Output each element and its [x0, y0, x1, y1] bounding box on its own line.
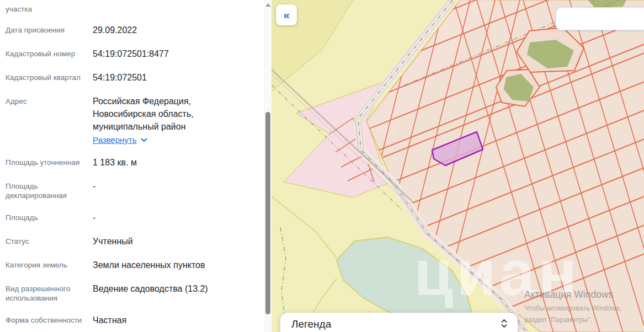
row-land-category: Категория земель Земли населенных пункто… — [6, 259, 259, 271]
attribute-value: - — [93, 211, 259, 224]
map-canvas[interactable]: циан — [272, 0, 644, 332]
attribute-value: 29.09.2022 — [93, 24, 259, 36]
row-address: Адрес Российская Федерация, Новосибирска… — [6, 95, 259, 145]
cadastral-map-app: участка Дата присвоения 29.09.2022 Кадас… — [0, 0, 644, 332]
attribute-label: Адрес — [6, 95, 88, 145]
scrollbar-thumb[interactable] — [265, 112, 270, 314]
row-cadastral-number: Кадастровый номер 54:19:072501:8477 — [6, 47, 259, 60]
attribute-value: Частная — [93, 314, 259, 326]
row-permitted-use: Вид разрешенного использования Ведение с… — [6, 282, 259, 303]
scroll-up-arrow-icon[interactable] — [265, 3, 271, 7]
expand-address-link[interactable]: Развернуть — [93, 135, 147, 144]
attribute-label: Вид разрешенного использования — [6, 282, 88, 303]
partial-top-label: участка — [6, 4, 259, 14]
attribute-value: 1 183 кв. м — [93, 156, 259, 169]
attribute-label: Кадастровый номер — [6, 47, 88, 60]
chevrons-left-icon: « — [283, 8, 290, 21]
brand-watermark: циан — [414, 237, 580, 309]
legend-panel[interactable]: Легенда — [280, 313, 518, 332]
expand-link-label: Развернуть — [93, 135, 137, 144]
attribute-label: Статус — [6, 235, 88, 248]
attribute-value: - — [93, 180, 259, 200]
collapse-sidebar-button[interactable]: « — [276, 4, 297, 25]
attribute-label: Категория земель — [6, 259, 88, 271]
attribute-label: Площадь декларированная — [6, 180, 88, 200]
row-status: Статус Учтенный — [6, 235, 259, 248]
attribute-value: Ведение садоводства (13.2) — [93, 282, 259, 303]
legend-title: Легенда — [291, 318, 331, 330]
attribute-label: Площадь уточненная — [6, 156, 88, 169]
attribute-value: Российская Федерация, Новосибирская обла… — [93, 95, 259, 133]
attribute-value: Учтенный — [93, 235, 259, 248]
attribute-label: Площадь — [6, 211, 88, 224]
row-ownership-form: Форма собственности Частная — [6, 314, 259, 326]
sidebar-scrollbar[interactable] — [264, 0, 272, 332]
row-area: Площадь - — [6, 211, 259, 224]
parcel-details-panel: участка Дата присвоения 29.09.2022 Кадас… — [0, 0, 264, 332]
row-assign-date: Дата присвоения 29.09.2022 — [6, 24, 259, 36]
attribute-label: Кадастровый квартал — [6, 71, 88, 84]
chevron-down-icon — [141, 138, 147, 142]
map-container: циан « Легенда Активация Windows Чтобы а… — [272, 0, 644, 332]
attribute-value: Земли населенных пунктов — [93, 259, 259, 271]
attribute-value: 54:19:072501 — [93, 71, 259, 84]
row-cadastral-quarter: Кадастровый квартал 54:19:072501 — [6, 71, 259, 84]
attribute-value: 54:19:072501:8477 — [93, 47, 259, 60]
row-area-refined: Площадь уточненная 1 183 кв. м — [6, 156, 259, 169]
attribute-label: Дата присвоения — [6, 24, 88, 36]
row-area-declared: Площадь декларированная - — [6, 180, 259, 200]
attribute-label: Форма собственности — [6, 314, 88, 326]
map-overlay-box[interactable] — [556, 7, 644, 30]
unfold-more-icon[interactable] — [501, 319, 508, 330]
